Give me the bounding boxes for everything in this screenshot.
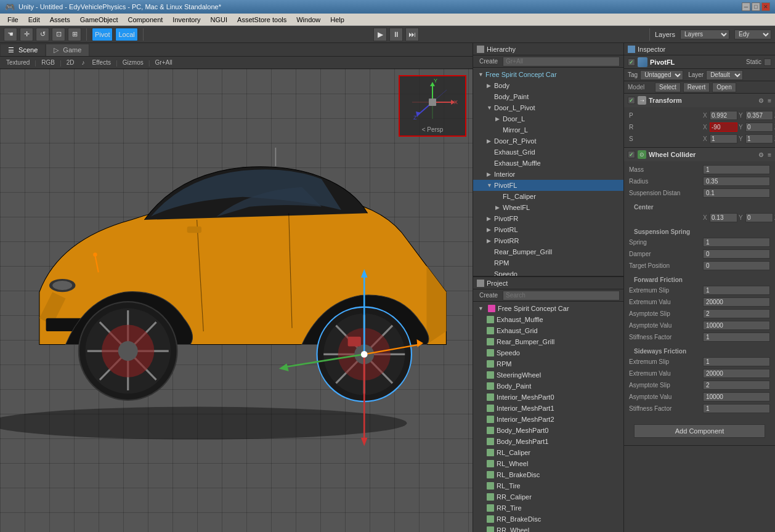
tab-scene[interactable]: ☰ Scene — [0, 44, 46, 56]
project-item[interactable]: Exhaust_Grid — [473, 325, 623, 336]
hierarchy-item[interactable]: ▶Body — [473, 80, 623, 91]
sw-ext-slip-value[interactable]: 1 — [703, 357, 770, 366]
menu-file[interactable]: File — [2, 15, 23, 25]
menu-inventory[interactable]: Inventory — [168, 15, 205, 25]
hierarchy-item[interactable]: ▶PivotFR — [473, 213, 623, 224]
hierarchy-item[interactable]: Exhaust_Muffle — [473, 158, 623, 169]
target-pos-value[interactable]: 0 — [703, 261, 770, 270]
sw-asym-slip-value[interactable]: 2 — [703, 381, 770, 390]
hierarchy-item[interactable]: FL_Caliper — [473, 191, 623, 202]
project-item[interactable]: Interior_MeshPart1 — [473, 403, 623, 414]
project-item[interactable]: RPM — [473, 358, 623, 369]
minimize-button[interactable]: ─ — [742, 2, 750, 11]
project-item[interactable]: Body_MeshPart0 — [473, 425, 623, 436]
hierarchy-item[interactable]: ▶PivotRL — [473, 224, 623, 235]
select-button[interactable]: Select — [655, 83, 681, 92]
scale-tool-button[interactable]: ⊡ — [52, 28, 65, 41]
menu-help[interactable]: Help — [325, 15, 349, 25]
rot-y-input[interactable] — [745, 123, 773, 132]
fwd-ext-val-value[interactable]: 20000 — [703, 297, 770, 307]
project-item[interactable]: Interior_MeshPart2 — [473, 414, 623, 425]
rotate-tool-button[interactable]: ↺ — [36, 28, 49, 41]
wc-settings-icon[interactable]: ⚙ — [758, 151, 764, 158]
project-item[interactable]: Body_MeshPart1 — [473, 436, 623, 447]
rgb-button[interactable]: RGB — [39, 58, 57, 66]
menu-edit[interactable]: Edit — [23, 15, 45, 25]
project-item[interactable]: RL_Caliper — [473, 447, 623, 458]
hand-tool-button[interactable]: ☚ — [4, 28, 17, 41]
project-item[interactable]: RL_BrakeDisc — [473, 469, 623, 480]
layer-select[interactable]: Default — [706, 70, 743, 80]
project-item[interactable]: Body_Paint — [473, 381, 623, 392]
project-create-button[interactable]: Create — [477, 291, 500, 299]
gizmos-button[interactable]: Gizmos — [120, 58, 146, 66]
fwd-ext-slip-value[interactable]: 1 — [703, 286, 770, 295]
susp-dist-value[interactable]: 0.1 — [703, 188, 770, 198]
transform-settings-icon[interactable]: ⚙ — [758, 97, 764, 104]
layers-dropdown[interactable]: Layers — [680, 30, 729, 39]
scale-x-input[interactable] — [710, 134, 737, 143]
wheel-collider-header[interactable]: ✓ ⊙ Wheel Collider ⚙ ≡ — [624, 148, 775, 161]
hierarchy-item[interactable]: Rear_Bumper_Grill — [473, 246, 623, 257]
hierarchy-item[interactable]: Speedo — [473, 268, 623, 276]
project-item[interactable]: RR_Tire — [473, 502, 623, 514]
hierarchy-create-button[interactable]: Create — [477, 57, 500, 65]
wc-active[interactable]: ✓ — [628, 151, 635, 158]
hierarchy-item[interactable]: ▶WheelFL — [473, 202, 623, 213]
project-item[interactable]: RL_Wheel — [473, 458, 623, 469]
mass-value[interactable]: 1 — [703, 165, 770, 174]
hierarchy-item[interactable]: ▼Door_L_Pivot — [473, 102, 623, 113]
fwd-asym-val-value[interactable]: 10000 — [703, 321, 770, 330]
fwd-stiff-value[interactable]: 1 — [703, 332, 770, 342]
menu-ngui[interactable]: NGUI — [206, 15, 233, 25]
radius-value[interactable]: 0.35 — [703, 177, 770, 186]
2d-button[interactable]: 2D — [64, 58, 77, 66]
project-item[interactable]: Interior_MeshPart0 — [473, 392, 623, 403]
project-item[interactable]: SteeringWheel — [473, 369, 623, 381]
sw-asym-val-value[interactable]: 10000 — [703, 392, 770, 401]
object-active-checkbox[interactable]: ✓ — [628, 58, 635, 66]
rot-x-input[interactable] — [710, 123, 737, 132]
hierarchy-item[interactable]: ▶Interior — [473, 169, 623, 180]
maximize-button[interactable]: □ — [752, 2, 760, 11]
pos-x-input[interactable] — [710, 111, 737, 120]
menu-window[interactable]: Window — [291, 15, 325, 25]
scene-view[interactable]: Y X Z < Persp — [0, 69, 473, 532]
open-button[interactable]: Open — [712, 83, 736, 92]
transform-collapse-icon[interactable]: ≡ — [768, 97, 771, 104]
hierarchy-item[interactable]: Exhaust_Grid — [473, 147, 623, 158]
fwd-asym-slip-value[interactable]: 2 — [703, 309, 770, 318]
move-tool-button[interactable]: ✛ — [20, 28, 33, 41]
wc-collapse-icon[interactable]: ≡ — [768, 151, 771, 158]
add-component-button[interactable]: Add Component — [634, 424, 765, 438]
play-button[interactable]: ▶ — [373, 28, 387, 41]
hierarchy-search-input[interactable] — [503, 57, 620, 66]
static-checkbox[interactable] — [764, 58, 771, 66]
project-item[interactable]: RR_Caliper — [473, 491, 623, 502]
close-button[interactable]: ✕ — [761, 2, 770, 11]
scale-y-input[interactable] — [745, 134, 773, 143]
step-button[interactable]: ⏭ — [405, 28, 419, 41]
project-item[interactable]: RL_Tire — [473, 480, 623, 491]
perspective-widget[interactable]: Y X Z < Persp — [399, 75, 466, 137]
all-button[interactable]: Gr+All — [153, 58, 175, 66]
menu-assets[interactable]: Assets — [45, 15, 75, 25]
transform-active[interactable]: ✓ — [628, 97, 635, 104]
hierarchy-item[interactable]: ▼Free Spirit Concept Car — [473, 69, 623, 80]
rect-tool-button[interactable]: ⊞ — [68, 28, 81, 41]
project-item[interactable]: Rear_Bumper_Grill — [473, 336, 623, 347]
sound-button[interactable]: ♪ — [79, 58, 87, 66]
local-button[interactable]: Local — [115, 28, 137, 41]
hierarchy-item[interactable]: ▶Door_L — [473, 113, 623, 124]
center-y-input[interactable] — [745, 213, 773, 222]
pause-button[interactable]: ⏸ — [389, 28, 403, 41]
hierarchy-item[interactable]: ▶Door_R_Pivot — [473, 135, 623, 147]
layout-dropdown[interactable]: Edy — [734, 30, 771, 39]
hierarchy-item[interactable]: ▶PivotRR — [473, 235, 623, 246]
project-item[interactable]: Speedo — [473, 347, 623, 358]
textured-button[interactable]: Textured — [4, 58, 32, 66]
damper-value[interactable]: 0 — [703, 249, 770, 259]
project-item[interactable]: ▼Free Spirit Concept Car — [473, 303, 623, 314]
project-item[interactable]: Exhaust_Muffle — [473, 314, 623, 325]
tab-game[interactable]: ▷ Game — [46, 44, 89, 56]
